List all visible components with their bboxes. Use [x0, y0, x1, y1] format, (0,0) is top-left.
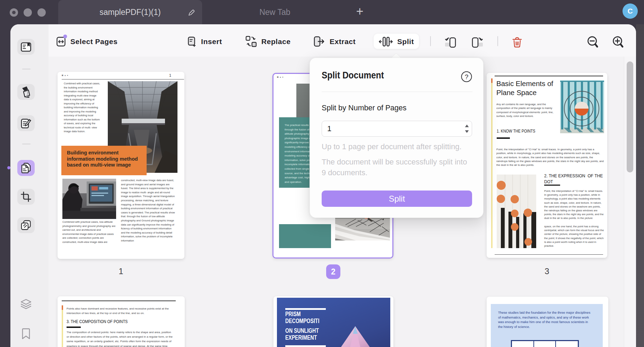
- svg-text:?: ?: [465, 73, 469, 81]
